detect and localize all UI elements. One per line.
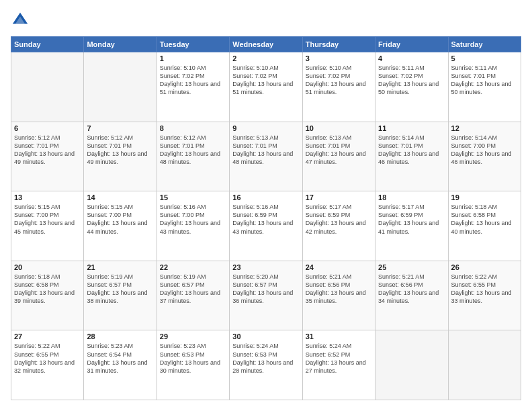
day-detail: Sunrise: 5:21 AMSunset: 6:56 PMDaylight:… xyxy=(378,273,439,304)
day-detail: Sunrise: 5:20 AMSunset: 6:57 PMDaylight:… xyxy=(232,273,293,304)
day-number: 21 xyxy=(87,263,153,271)
logo xyxy=(11,11,32,30)
day-number: 22 xyxy=(160,263,226,271)
day-detail: Sunrise: 5:23 AMSunset: 6:53 PMDaylight:… xyxy=(160,342,220,373)
page: SundayMondayTuesdayWednesdayThursdayFrid… xyxy=(0,0,532,411)
day-number: 18 xyxy=(378,193,445,201)
calendar-cell xyxy=(448,330,521,400)
day-number: 9 xyxy=(232,124,299,132)
calendar-week-4: 27 Sunrise: 5:22 AMSunset: 6:55 PMDaylig… xyxy=(11,330,521,400)
calendar-cell: 28 Sunrise: 5:23 AMSunset: 6:54 PMDaylig… xyxy=(84,330,157,400)
day-number: 27 xyxy=(14,332,81,340)
day-number: 30 xyxy=(232,332,299,340)
day-number: 15 xyxy=(160,193,226,201)
day-number: 6 xyxy=(14,124,81,132)
calendar-week-1: 6 Sunrise: 5:12 AMSunset: 7:01 PMDayligh… xyxy=(11,122,521,191)
day-number: 2 xyxy=(232,54,299,62)
day-detail: Sunrise: 5:16 AMSunset: 7:00 PMDaylight:… xyxy=(160,203,220,234)
calendar-header-wednesday: Wednesday xyxy=(230,37,302,52)
calendar-cell: 19 Sunrise: 5:18 AMSunset: 6:58 PMDaylig… xyxy=(448,191,521,261)
day-detail: Sunrise: 5:18 AMSunset: 6:58 PMDaylight:… xyxy=(14,273,75,304)
day-detail: Sunrise: 5:17 AMSunset: 6:59 PMDaylight:… xyxy=(378,203,439,234)
day-detail: Sunrise: 5:24 AMSunset: 6:53 PMDaylight:… xyxy=(232,342,293,373)
day-detail: Sunrise: 5:12 AMSunset: 7:01 PMDaylight:… xyxy=(160,134,220,165)
calendar-cell: 22 Sunrise: 5:19 AMSunset: 6:57 PMDaylig… xyxy=(157,261,229,330)
day-detail: Sunrise: 5:22 AMSunset: 6:55 PMDaylight:… xyxy=(451,273,512,304)
day-detail: Sunrise: 5:12 AMSunset: 7:01 PMDaylight:… xyxy=(14,134,75,165)
calendar-week-0: 1 Sunrise: 5:10 AMSunset: 7:02 PMDayligh… xyxy=(11,52,521,122)
day-detail: Sunrise: 5:11 AMSunset: 7:02 PMDaylight:… xyxy=(378,64,439,95)
calendar-cell: 25 Sunrise: 5:21 AMSunset: 6:56 PMDaylig… xyxy=(375,261,448,330)
day-number: 3 xyxy=(306,54,372,62)
day-detail: Sunrise: 5:21 AMSunset: 6:56 PMDaylight:… xyxy=(306,273,366,304)
calendar-cell xyxy=(11,52,84,122)
calendar-header-sunday: Sunday xyxy=(11,37,84,52)
calendar-cell: 10 Sunrise: 5:13 AMSunset: 7:01 PMDaylig… xyxy=(302,122,375,191)
calendar-body: 1 Sunrise: 5:10 AMSunset: 7:02 PMDayligh… xyxy=(11,52,521,400)
day-number: 16 xyxy=(232,193,299,201)
calendar-cell: 15 Sunrise: 5:16 AMSunset: 7:00 PMDaylig… xyxy=(157,191,229,261)
calendar-header-friday: Friday xyxy=(375,37,448,52)
calendar-header-thursday: Thursday xyxy=(302,37,375,52)
day-number: 8 xyxy=(160,124,226,132)
day-detail: Sunrise: 5:18 AMSunset: 6:58 PMDaylight:… xyxy=(451,203,512,234)
day-detail: Sunrise: 5:22 AMSunset: 6:55 PMDaylight:… xyxy=(14,342,75,373)
day-number: 29 xyxy=(160,332,226,340)
calendar-cell: 6 Sunrise: 5:12 AMSunset: 7:01 PMDayligh… xyxy=(11,122,84,191)
day-detail: Sunrise: 5:11 AMSunset: 7:01 PMDaylight:… xyxy=(451,64,512,95)
day-number: 20 xyxy=(14,263,81,271)
day-number: 1 xyxy=(160,54,226,62)
calendar-cell: 31 Sunrise: 5:24 AMSunset: 6:52 PMDaylig… xyxy=(302,330,375,400)
day-number: 5 xyxy=(451,54,518,62)
calendar-cell: 14 Sunrise: 5:15 AMSunset: 7:00 PMDaylig… xyxy=(84,191,157,261)
calendar-cell: 13 Sunrise: 5:15 AMSunset: 7:00 PMDaylig… xyxy=(11,191,84,261)
day-number: 14 xyxy=(87,193,153,201)
day-number: 12 xyxy=(451,124,518,132)
logo-icon xyxy=(11,11,30,30)
calendar-cell: 29 Sunrise: 5:23 AMSunset: 6:53 PMDaylig… xyxy=(157,330,229,400)
header xyxy=(11,11,521,30)
day-number: 13 xyxy=(14,193,81,201)
day-number: 28 xyxy=(87,332,153,340)
day-detail: Sunrise: 5:10 AMSunset: 7:02 PMDaylight:… xyxy=(160,64,220,95)
calendar-cell: 30 Sunrise: 5:24 AMSunset: 6:53 PMDaylig… xyxy=(230,330,302,400)
calendar-cell: 12 Sunrise: 5:14 AMSunset: 7:00 PMDaylig… xyxy=(448,122,521,191)
calendar-cell: 1 Sunrise: 5:10 AMSunset: 7:02 PMDayligh… xyxy=(157,52,229,122)
calendar-cell xyxy=(84,52,157,122)
day-detail: Sunrise: 5:15 AMSunset: 7:00 PMDaylight:… xyxy=(14,203,75,234)
calendar-cell: 26 Sunrise: 5:22 AMSunset: 6:55 PMDaylig… xyxy=(448,261,521,330)
calendar-cell: 8 Sunrise: 5:12 AMSunset: 7:01 PMDayligh… xyxy=(157,122,229,191)
day-detail: Sunrise: 5:17 AMSunset: 6:59 PMDaylight:… xyxy=(306,203,366,234)
day-number: 31 xyxy=(306,332,372,340)
calendar-cell: 2 Sunrise: 5:10 AMSunset: 7:02 PMDayligh… xyxy=(230,52,302,122)
calendar-cell: 27 Sunrise: 5:22 AMSunset: 6:55 PMDaylig… xyxy=(11,330,84,400)
calendar-cell: 24 Sunrise: 5:21 AMSunset: 6:56 PMDaylig… xyxy=(302,261,375,330)
calendar-cell: 18 Sunrise: 5:17 AMSunset: 6:59 PMDaylig… xyxy=(375,191,448,261)
calendar-header-tuesday: Tuesday xyxy=(157,37,229,52)
day-number: 10 xyxy=(306,124,372,132)
calendar-cell: 7 Sunrise: 5:12 AMSunset: 7:01 PMDayligh… xyxy=(84,122,157,191)
calendar-header-row: SundayMondayTuesdayWednesdayThursdayFrid… xyxy=(11,37,521,52)
calendar-week-2: 13 Sunrise: 5:15 AMSunset: 7:00 PMDaylig… xyxy=(11,191,521,261)
day-detail: Sunrise: 5:13 AMSunset: 7:01 PMDaylight:… xyxy=(232,134,293,165)
calendar-cell: 11 Sunrise: 5:14 AMSunset: 7:01 PMDaylig… xyxy=(375,122,448,191)
calendar-cell: 21 Sunrise: 5:19 AMSunset: 6:57 PMDaylig… xyxy=(84,261,157,330)
calendar-cell: 16 Sunrise: 5:16 AMSunset: 6:59 PMDaylig… xyxy=(230,191,302,261)
calendar-cell: 20 Sunrise: 5:18 AMSunset: 6:58 PMDaylig… xyxy=(11,261,84,330)
day-detail: Sunrise: 5:12 AMSunset: 7:01 PMDaylight:… xyxy=(87,134,147,165)
day-number: 7 xyxy=(87,124,153,132)
day-detail: Sunrise: 5:24 AMSunset: 6:52 PMDaylight:… xyxy=(306,342,366,373)
calendar-table: SundayMondayTuesdayWednesdayThursdayFrid… xyxy=(11,36,521,400)
day-detail: Sunrise: 5:23 AMSunset: 6:54 PMDaylight:… xyxy=(87,342,147,373)
day-detail: Sunrise: 5:14 AMSunset: 7:01 PMDaylight:… xyxy=(378,134,439,165)
day-detail: Sunrise: 5:19 AMSunset: 6:57 PMDaylight:… xyxy=(160,273,220,304)
day-number: 4 xyxy=(378,54,445,62)
day-number: 11 xyxy=(378,124,445,132)
calendar-cell: 4 Sunrise: 5:11 AMSunset: 7:02 PMDayligh… xyxy=(375,52,448,122)
calendar-header-monday: Monday xyxy=(84,37,157,52)
day-number: 19 xyxy=(451,193,518,201)
calendar-cell: 23 Sunrise: 5:20 AMSunset: 6:57 PMDaylig… xyxy=(230,261,302,330)
calendar-week-3: 20 Sunrise: 5:18 AMSunset: 6:58 PMDaylig… xyxy=(11,261,521,330)
day-number: 26 xyxy=(451,263,518,271)
calendar-cell: 5 Sunrise: 5:11 AMSunset: 7:01 PMDayligh… xyxy=(448,52,521,122)
